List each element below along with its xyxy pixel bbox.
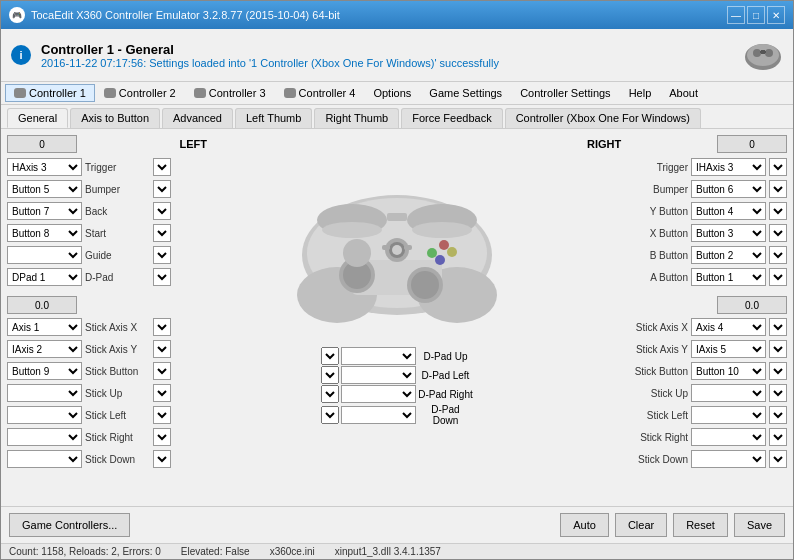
menu-controller2[interactable]: Controller 2 bbox=[95, 84, 185, 102]
dpad-left-select[interactable] bbox=[341, 366, 416, 384]
left-stickright-arrow[interactable]: ▼ bbox=[153, 428, 171, 446]
clear-button[interactable]: Clear bbox=[615, 513, 667, 537]
menu-ctrlsettings-label: Controller Settings bbox=[520, 87, 611, 99]
right-stickleft-select[interactable] bbox=[691, 406, 766, 424]
menu-game-settings[interactable]: Game Settings bbox=[420, 84, 511, 102]
maximize-button[interactable]: □ bbox=[747, 6, 765, 24]
right-stickbtn-arrow[interactable]: ▼ bbox=[769, 362, 787, 380]
right-stickaxisy-arrow[interactable]: ▼ bbox=[769, 340, 787, 358]
right-abtn-select[interactable]: Button 1 bbox=[691, 268, 766, 286]
left-stickaxisx-select[interactable]: Axis 1 bbox=[7, 318, 82, 336]
left-stickup-select[interactable] bbox=[7, 384, 82, 402]
left-stickup-arrow[interactable]: ▼ bbox=[153, 384, 171, 402]
save-button[interactable]: Save bbox=[734, 513, 785, 537]
dpad-right-select[interactable] bbox=[341, 385, 416, 403]
menu-help-label: Help bbox=[629, 87, 652, 99]
dpad-left-arrow[interactable]: ▼ bbox=[321, 366, 339, 384]
close-button[interactable]: ✕ bbox=[767, 6, 785, 24]
left-stickdown-row: Stick Down ▼ bbox=[7, 449, 207, 469]
menu-controller3[interactable]: Controller 3 bbox=[185, 84, 275, 102]
dpad-up-select[interactable] bbox=[341, 347, 416, 365]
right-xbtn-arrow[interactable]: ▼ bbox=[769, 224, 787, 242]
right-bbtn-select[interactable]: Button 2 bbox=[691, 246, 766, 264]
right-stickaxisy-select[interactable]: IAxis 5 bbox=[691, 340, 766, 358]
menu-controller4[interactable]: Controller 4 bbox=[275, 84, 365, 102]
left-bumper-select[interactable]: Button 5 bbox=[7, 180, 82, 198]
svg-point-2 bbox=[753, 49, 761, 57]
right-stickaxisx-row: Stick Axis X Axis 4 ▼ bbox=[587, 317, 787, 337]
tab-axis-to-button[interactable]: Axis to Button bbox=[70, 108, 160, 128]
right-trigger-label: Trigger bbox=[623, 162, 688, 173]
right-abtn-arrow[interactable]: ▼ bbox=[769, 268, 787, 286]
right-bumper-row: Bumper Button 6 ▼ bbox=[587, 179, 787, 199]
menu-help[interactable]: Help bbox=[620, 84, 661, 102]
tab-left-thumb[interactable]: Left Thumb bbox=[235, 108, 312, 128]
right-stickup-arrow[interactable]: ▼ bbox=[769, 384, 787, 402]
left-guide-select[interactable] bbox=[7, 246, 82, 264]
menu-about[interactable]: About bbox=[660, 84, 707, 102]
right-trigger-select[interactable]: IHAxis 3 bbox=[691, 158, 766, 176]
right-xbtn-select[interactable]: Button 3 bbox=[691, 224, 766, 242]
left-trigger-select[interactable]: HAxis 3 bbox=[7, 158, 82, 176]
dpad-up-label: D-Pad Up bbox=[418, 351, 473, 362]
left-stickbtn-arrow[interactable]: ▼ bbox=[153, 362, 171, 380]
left-stickleft-select[interactable] bbox=[7, 406, 82, 424]
dpad-right-arrow[interactable]: ▼ bbox=[321, 385, 339, 403]
dpad-up-arrow[interactable]: ▼ bbox=[321, 347, 339, 365]
left-back-select[interactable]: Button 7 bbox=[7, 202, 82, 220]
left-stickbtn-select[interactable]: Button 9 bbox=[7, 362, 82, 380]
right-stickleft-arrow[interactable]: ▼ bbox=[769, 406, 787, 424]
tab-force-feedback[interactable]: Force Feedback bbox=[401, 108, 502, 128]
right-ybtn-select[interactable]: Button 4 bbox=[691, 202, 766, 220]
right-stickbtn-row: Stick Button Button 10 ▼ bbox=[587, 361, 787, 381]
left-stickdown-arrow[interactable]: ▼ bbox=[153, 450, 171, 468]
auto-button[interactable]: Auto bbox=[560, 513, 609, 537]
left-stickbtn-label: Stick Button bbox=[85, 366, 150, 377]
left-guide-arrow[interactable]: ▼ bbox=[153, 246, 171, 264]
left-trigger-arrow[interactable]: ▼ bbox=[153, 158, 171, 176]
ctrl3-icon bbox=[194, 88, 206, 98]
left-stickright-select[interactable] bbox=[7, 428, 82, 446]
right-stickdown-select[interactable] bbox=[691, 450, 766, 468]
menu-ctrl3-label: Controller 3 bbox=[209, 87, 266, 99]
right-stickaxisx-arrow[interactable]: ▼ bbox=[769, 318, 787, 336]
left-stickdown-select[interactable] bbox=[7, 450, 82, 468]
menu-controller-settings[interactable]: Controller Settings bbox=[511, 84, 620, 102]
svg-rect-5 bbox=[761, 50, 765, 54]
left-start-select[interactable]: Button 8 bbox=[7, 224, 82, 242]
dpad-down-arrow[interactable]: ▼ bbox=[321, 406, 339, 424]
menu-options[interactable]: Options bbox=[364, 84, 420, 102]
tab-right-thumb[interactable]: Right Thumb bbox=[314, 108, 399, 128]
tab-advanced[interactable]: Advanced bbox=[162, 108, 233, 128]
right-ybtn-arrow[interactable]: ▼ bbox=[769, 202, 787, 220]
left-trigger-row: HAxis 3 Trigger ▼ bbox=[7, 157, 207, 177]
header: i Controller 1 - General 2016-11-22 07:1… bbox=[1, 29, 793, 82]
left-stickaxisy-arrow[interactable]: ▼ bbox=[153, 340, 171, 358]
tab-controller-xbonefw[interactable]: Controller (Xbox One For Windows) bbox=[505, 108, 701, 128]
right-bumper-arrow[interactable]: ▼ bbox=[769, 180, 787, 198]
right-stickup-select[interactable] bbox=[691, 384, 766, 402]
right-stickaxisx-select[interactable]: Axis 4 bbox=[691, 318, 766, 336]
left-stickleft-arrow[interactable]: ▼ bbox=[153, 406, 171, 424]
right-stickright-arrow[interactable]: ▼ bbox=[769, 428, 787, 446]
reset-button[interactable]: Reset bbox=[673, 513, 728, 537]
menu-controller1[interactable]: Controller 1 bbox=[5, 84, 95, 102]
right-bumper-select[interactable]: Button 6 bbox=[691, 180, 766, 198]
right-stickright-select[interactable] bbox=[691, 428, 766, 446]
right-bbtn-arrow[interactable]: ▼ bbox=[769, 246, 787, 264]
left-bumper-arrow[interactable]: ▼ bbox=[153, 180, 171, 198]
right-trigger-arrow[interactable]: ▼ bbox=[769, 158, 787, 176]
left-start-arrow[interactable]: ▼ bbox=[153, 224, 171, 242]
game-controllers-button[interactable]: Game Controllers... bbox=[9, 513, 130, 537]
left-back-arrow[interactable]: ▼ bbox=[153, 202, 171, 220]
left-stickaxisy-select[interactable]: IAxis 2 bbox=[7, 340, 82, 358]
tab-general[interactable]: General bbox=[7, 108, 68, 128]
left-dpad-select[interactable]: DPad 1 bbox=[7, 268, 82, 286]
left-stickaxisx-arrow[interactable]: ▼ bbox=[153, 318, 171, 336]
right-stickbtn-select[interactable]: Button 10 bbox=[691, 362, 766, 380]
right-side-label: RIGHT bbox=[587, 138, 621, 150]
left-dpad-arrow[interactable]: ▼ bbox=[153, 268, 171, 286]
minimize-button[interactable]: — bbox=[727, 6, 745, 24]
dpad-down-select[interactable] bbox=[341, 406, 416, 424]
right-stickdown-arrow[interactable]: ▼ bbox=[769, 450, 787, 468]
